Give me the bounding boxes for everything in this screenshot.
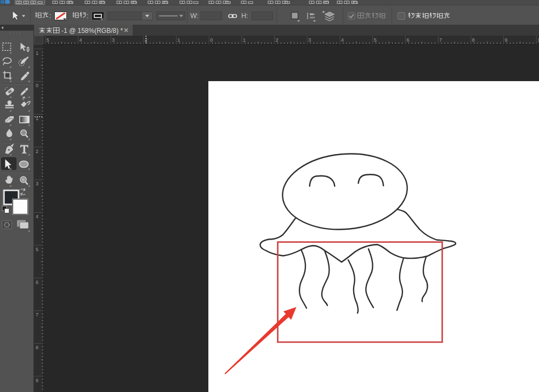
svg-text:8: 8 — [36, 345, 38, 350]
svg-text:4: 4 — [341, 37, 344, 43]
svg-text:9: 9 — [36, 378, 38, 383]
svg-text:5: 5 — [47, 37, 49, 43]
svg-text:0: 0 — [36, 83, 38, 88]
svg-text:1: 1 — [178, 37, 180, 43]
svg-text:7: 7 — [439, 37, 442, 43]
svg-text:W:: W: — [190, 12, 198, 20]
svg-text:1: 1 — [243, 37, 246, 43]
svg-text::: : — [87, 12, 88, 20]
svg-text:2: 2 — [276, 37, 279, 43]
svg-text:4: 4 — [79, 37, 82, 43]
svg-text:5: 5 — [374, 37, 377, 43]
svg-text::: : — [49, 12, 51, 20]
svg-text:3: 3 — [308, 37, 311, 43]
svg-text:-1 @ 158%(RGB/8) *: -1 @ 158%(RGB/8) * — [61, 27, 123, 35]
svg-text:8: 8 — [472, 37, 475, 43]
svg-text:7: 7 — [36, 312, 38, 317]
svg-text:2: 2 — [36, 149, 38, 154]
svg-text:3: 3 — [112, 37, 115, 43]
svg-text:6: 6 — [406, 37, 409, 43]
svg-text:0: 0 — [210, 37, 213, 43]
svg-text:5: 5 — [36, 247, 38, 252]
svg-text:1: 1 — [36, 50, 38, 56]
svg-text:H:: H: — [241, 12, 248, 20]
svg-text:3: 3 — [36, 181, 38, 186]
svg-text:9: 9 — [505, 37, 508, 43]
svg-text:6: 6 — [36, 280, 38, 285]
svg-text:4: 4 — [36, 214, 38, 219]
